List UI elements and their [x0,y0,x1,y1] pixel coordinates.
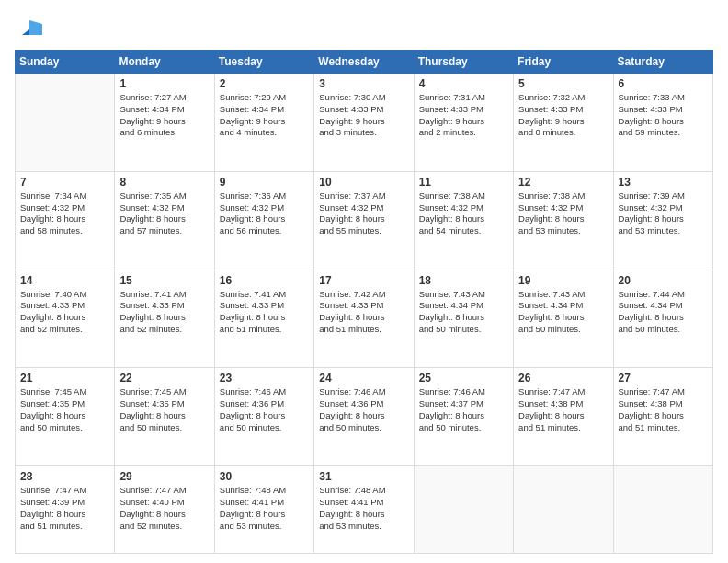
day-number: 9 [220,176,309,189]
day-info: Sunrise: 7:29 AMSunset: 4:34 PMDaylight:… [220,92,309,139]
day-number: 2 [220,77,309,90]
day-number: 18 [419,274,508,287]
day-info: Sunrise: 7:32 AMSunset: 4:33 PMDaylight:… [518,92,608,139]
col-header-friday: Friday [514,51,613,74]
day-number: 23 [220,372,309,385]
calendar-cell [16,74,115,172]
calendar-cell: 29Sunrise: 7:47 AMSunset: 4:40 PMDayligh… [115,466,214,554]
calendar-cell: 25Sunrise: 7:46 AMSunset: 4:37 PMDayligh… [414,368,513,466]
day-info: Sunrise: 7:30 AMSunset: 4:33 PMDaylight:… [319,92,408,139]
day-number: 28 [20,470,109,483]
day-info: Sunrise: 7:45 AMSunset: 4:35 PMDaylight:… [119,386,209,433]
logo [15,15,42,40]
col-header-tuesday: Tuesday [214,51,313,74]
calendar-cell: 10Sunrise: 7:37 AMSunset: 4:32 PMDayligh… [314,171,414,270]
day-number: 29 [119,470,209,483]
day-number: 14 [20,274,109,287]
day-info: Sunrise: 7:39 AMSunset: 4:32 PMDaylight:… [619,190,708,237]
calendar-cell: 18Sunrise: 7:43 AMSunset: 4:34 PMDayligh… [414,270,513,368]
calendar-cell: 22Sunrise: 7:45 AMSunset: 4:35 PMDayligh… [115,368,214,466]
calendar-cell: 28Sunrise: 7:47 AMSunset: 4:39 PMDayligh… [16,466,115,554]
day-info: Sunrise: 7:47 AMSunset: 4:38 PMDaylight:… [518,386,608,433]
day-number: 30 [220,470,309,483]
col-header-thursday: Thursday [414,51,513,74]
day-number: 16 [220,274,309,287]
day-info: Sunrise: 7:47 AMSunset: 4:38 PMDaylight:… [619,386,708,433]
week-row-1: 1Sunrise: 7:27 AMSunset: 4:34 PMDaylight… [16,74,713,172]
day-number: 5 [518,77,608,90]
logo-icon [17,15,42,40]
day-info: Sunrise: 7:46 AMSunset: 4:37 PMDaylight:… [419,386,508,433]
calendar-cell: 11Sunrise: 7:38 AMSunset: 4:32 PMDayligh… [414,171,513,270]
day-info: Sunrise: 7:38 AMSunset: 4:32 PMDaylight:… [518,190,608,237]
day-info: Sunrise: 7:36 AMSunset: 4:32 PMDaylight:… [220,190,309,237]
day-info: Sunrise: 7:33 AMSunset: 4:33 PMDaylight:… [619,92,708,139]
calendar-cell: 14Sunrise: 7:40 AMSunset: 4:33 PMDayligh… [16,270,115,368]
day-number: 6 [619,77,708,90]
calendar-cell: 23Sunrise: 7:46 AMSunset: 4:36 PMDayligh… [214,368,313,466]
calendar-cell [613,466,712,554]
day-number: 13 [619,176,708,189]
day-number: 4 [419,77,508,90]
day-number: 3 [319,77,408,90]
header-row: SundayMondayTuesdayWednesdayThursdayFrid… [16,51,713,74]
day-number: 15 [119,274,209,287]
day-number: 19 [518,274,608,287]
day-info: Sunrise: 7:37 AMSunset: 4:32 PMDaylight:… [319,190,408,237]
calendar-cell: 27Sunrise: 7:47 AMSunset: 4:38 PMDayligh… [613,368,712,466]
calendar-cell: 15Sunrise: 7:41 AMSunset: 4:33 PMDayligh… [115,270,214,368]
day-number: 21 [20,372,109,385]
calendar-cell: 17Sunrise: 7:42 AMSunset: 4:33 PMDayligh… [314,270,414,368]
day-number: 10 [319,176,408,189]
page-container: SundayMondayTuesdayWednesdayThursdayFrid… [0,0,728,563]
day-number: 22 [119,372,209,385]
day-number: 31 [319,470,408,483]
col-header-wednesday: Wednesday [314,51,414,74]
calendar-cell [514,466,613,554]
calendar-cell: 30Sunrise: 7:48 AMSunset: 4:41 PMDayligh… [214,466,313,554]
day-info: Sunrise: 7:38 AMSunset: 4:32 PMDaylight:… [419,190,508,237]
day-info: Sunrise: 7:40 AMSunset: 4:33 PMDaylight:… [20,289,109,336]
day-info: Sunrise: 7:27 AMSunset: 4:34 PMDaylight:… [119,92,209,139]
col-header-saturday: Saturday [613,51,712,74]
day-info: Sunrise: 7:41 AMSunset: 4:33 PMDaylight:… [119,289,209,336]
day-info: Sunrise: 7:41 AMSunset: 4:33 PMDaylight:… [220,289,309,336]
calendar-cell: 3Sunrise: 7:30 AMSunset: 4:33 PMDaylight… [314,74,414,172]
calendar-cell: 12Sunrise: 7:38 AMSunset: 4:32 PMDayligh… [514,171,613,270]
day-info: Sunrise: 7:48 AMSunset: 4:41 PMDaylight:… [319,485,408,532]
calendar-cell: 6Sunrise: 7:33 AMSunset: 4:33 PMDaylight… [613,74,712,172]
calendar-cell: 16Sunrise: 7:41 AMSunset: 4:33 PMDayligh… [214,270,313,368]
day-info: Sunrise: 7:34 AMSunset: 4:32 PMDaylight:… [20,190,109,237]
calendar-cell: 1Sunrise: 7:27 AMSunset: 4:34 PMDaylight… [115,74,214,172]
day-number: 24 [319,372,408,385]
week-row-5: 28Sunrise: 7:47 AMSunset: 4:39 PMDayligh… [16,466,713,554]
col-header-monday: Monday [115,51,214,74]
day-info: Sunrise: 7:31 AMSunset: 4:33 PMDaylight:… [419,92,508,139]
header [15,15,713,40]
calendar-cell: 4Sunrise: 7:31 AMSunset: 4:33 PMDaylight… [414,74,513,172]
day-info: Sunrise: 7:43 AMSunset: 4:34 PMDaylight:… [419,289,508,336]
day-number: 26 [518,372,608,385]
day-number: 12 [518,176,608,189]
day-number: 11 [419,176,508,189]
day-number: 1 [119,77,209,90]
calendar-cell [414,466,513,554]
calendar-cell: 8Sunrise: 7:35 AMSunset: 4:32 PMDaylight… [115,171,214,270]
calendar-cell: 26Sunrise: 7:47 AMSunset: 4:38 PMDayligh… [514,368,613,466]
calendar-cell: 31Sunrise: 7:48 AMSunset: 4:41 PMDayligh… [314,466,414,554]
day-info: Sunrise: 7:45 AMSunset: 4:35 PMDaylight:… [20,386,109,433]
day-number: 27 [619,372,708,385]
day-info: Sunrise: 7:47 AMSunset: 4:39 PMDaylight:… [20,485,109,532]
calendar-cell: 13Sunrise: 7:39 AMSunset: 4:32 PMDayligh… [613,171,712,270]
calendar-cell: 9Sunrise: 7:36 AMSunset: 4:32 PMDaylight… [214,171,313,270]
day-number: 25 [419,372,508,385]
day-number: 17 [319,274,408,287]
day-info: Sunrise: 7:44 AMSunset: 4:34 PMDaylight:… [619,289,708,336]
calendar-cell: 19Sunrise: 7:43 AMSunset: 4:34 PMDayligh… [514,270,613,368]
day-info: Sunrise: 7:46 AMSunset: 4:36 PMDaylight:… [220,386,309,433]
calendar-cell: 2Sunrise: 7:29 AMSunset: 4:34 PMDaylight… [214,74,313,172]
calendar-table: SundayMondayTuesdayWednesdayThursdayFrid… [15,50,713,554]
day-info: Sunrise: 7:35 AMSunset: 4:32 PMDaylight:… [119,190,209,237]
day-info: Sunrise: 7:47 AMSunset: 4:40 PMDaylight:… [119,485,209,532]
day-info: Sunrise: 7:48 AMSunset: 4:41 PMDaylight:… [220,485,309,532]
